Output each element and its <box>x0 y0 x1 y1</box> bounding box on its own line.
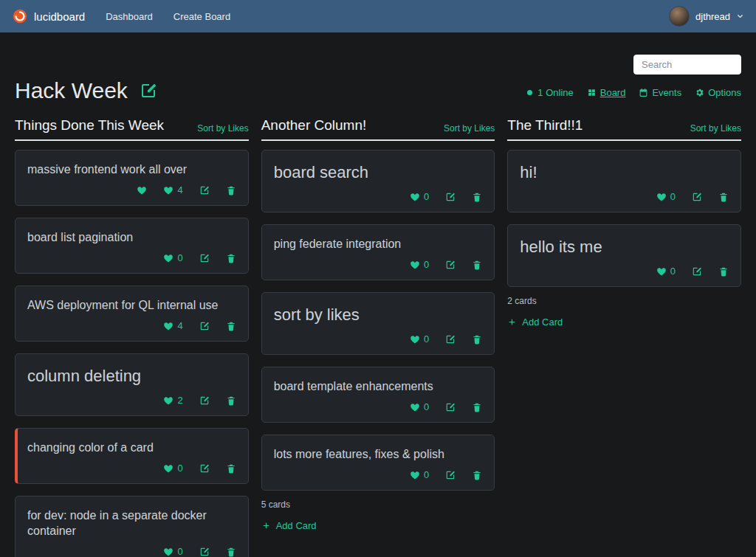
like-count: 0 <box>424 401 429 412</box>
user-menu[interactable]: djthread <box>669 6 744 27</box>
delete-card-icon[interactable] <box>472 260 482 270</box>
heart-icon <box>656 192 667 202</box>
online-status: 1 Online <box>527 87 573 98</box>
edit-card-icon[interactable] <box>445 192 456 202</box>
edit-board-icon[interactable] <box>140 82 157 100</box>
delete-card-icon[interactable] <box>226 463 236 474</box>
delete-card-icon[interactable] <box>472 402 482 412</box>
delete-card-icon[interactable] <box>718 192 729 202</box>
tab-events[interactable]: Events <box>639 87 681 98</box>
calendar-icon <box>639 88 648 97</box>
delete-card-icon[interactable] <box>226 321 236 331</box>
card-list: massive frontend work all over 4 board l… <box>15 150 249 557</box>
like-button[interactable]: 0 <box>163 546 182 557</box>
search-input[interactable] <box>633 55 741 75</box>
card[interactable]: AWS deployment for QL internal use 4 <box>15 286 249 342</box>
delete-card-icon[interactable] <box>226 547 236 557</box>
add-card-button[interactable]: Add Card <box>261 520 495 531</box>
card-text: AWS deployment for QL internal use <box>27 297 236 313</box>
card[interactable]: hi! 0 <box>507 150 741 212</box>
card-text: sort by likes <box>274 304 483 326</box>
card-actions: 0 <box>274 259 483 270</box>
edit-card-icon[interactable] <box>692 192 702 202</box>
like-count: 0 <box>424 191 429 202</box>
edit-card-icon[interactable] <box>692 266 702 277</box>
card[interactable]: ping federate integration 0 <box>261 224 495 280</box>
card[interactable]: board list pagination 0 <box>15 218 249 274</box>
delete-card-icon[interactable] <box>226 253 236 263</box>
delete-card-icon[interactable] <box>718 266 729 277</box>
delete-card-icon[interactable] <box>472 334 482 345</box>
like-button[interactable]: 0 <box>163 463 182 474</box>
card-actions: 0 <box>274 333 483 345</box>
like-count: 0 <box>670 266 676 277</box>
card[interactable]: for dev: node in a separate docker conta… <box>15 496 249 557</box>
edit-card-icon[interactable] <box>199 547 210 557</box>
nav-create-board[interactable]: Create Board <box>173 11 230 22</box>
card[interactable]: hello its me 0 <box>507 224 741 287</box>
add-card-label: Add Card <box>522 316 563 328</box>
like-button[interactable]: 0 <box>163 252 182 263</box>
heart-icon <box>656 266 667 277</box>
like-button[interactable]: 0 <box>656 266 676 277</box>
sort-by-likes-button[interactable]: Sort by Likes <box>690 123 741 134</box>
card-text: massive frontend work all over <box>27 162 236 177</box>
like-count: 4 <box>177 320 182 331</box>
sort-by-likes-button[interactable]: Sort by Likes <box>444 123 495 134</box>
card[interactable]: massive frontend work all over 4 <box>15 150 249 206</box>
nav-dashboard[interactable]: Dashboard <box>106 11 153 22</box>
add-card-button[interactable]: Add Card <box>507 316 741 328</box>
heart-icon <box>163 463 173 474</box>
card-count: 2 cards <box>507 296 741 306</box>
page-title-wrap: Hack Week <box>15 76 157 105</box>
edit-card-icon[interactable] <box>199 321 210 331</box>
card[interactable]: column deleting 2 <box>15 353 249 416</box>
tab-board[interactable]: Board <box>587 87 626 98</box>
card[interactable]: board template enhancements 0 <box>261 367 495 423</box>
like-button[interactable]: 0 <box>410 191 429 202</box>
like-button[interactable]: 4 <box>163 184 182 196</box>
like-button[interactable]: 0 <box>410 401 429 412</box>
like-button[interactable]: 0 <box>410 259 429 270</box>
card-count: 5 cards <box>261 499 495 510</box>
add-card-label: Add Card <box>276 520 317 531</box>
delete-card-icon[interactable] <box>226 395 236 406</box>
edit-card-icon[interactable] <box>199 463 210 474</box>
like-button[interactable]: 0 <box>656 191 676 202</box>
plus-icon <box>507 317 517 327</box>
like-button[interactable]: 2 <box>163 395 182 406</box>
edit-card-icon[interactable] <box>445 260 456 270</box>
edit-card-icon[interactable] <box>199 185 210 196</box>
like-button[interactable]: 0 <box>410 333 429 345</box>
card[interactable]: lots more features, fixes & polish 0 <box>261 435 495 491</box>
heart-icon <box>410 402 420 412</box>
card-actions: 2 <box>27 395 236 406</box>
tab-board-label: Board <box>600 87 626 98</box>
brand[interactable]: lucidboard <box>12 8 85 24</box>
liked-heart-icon[interactable] <box>137 185 147 196</box>
edit-card-icon[interactable] <box>199 395 210 406</box>
like-button[interactable]: 0 <box>410 469 429 480</box>
column-footer: 2 cards Add Card <box>507 296 741 328</box>
column-title: Another Column! <box>261 117 367 134</box>
edit-card-icon[interactable] <box>445 402 456 412</box>
sort-by-likes-button[interactable]: Sort by Likes <box>197 123 248 134</box>
delete-card-icon[interactable] <box>472 470 482 480</box>
card[interactable]: sort by likes 0 <box>261 292 495 355</box>
like-count: 0 <box>424 469 429 480</box>
edit-card-icon[interactable] <box>445 334 456 345</box>
card[interactable]: board search 0 <box>261 150 495 212</box>
tab-options[interactable]: Options <box>695 87 741 98</box>
delete-card-icon[interactable] <box>472 192 482 202</box>
like-count: 0 <box>177 252 182 263</box>
edit-card-icon[interactable] <box>445 470 456 480</box>
card-text: column deleting <box>27 365 236 387</box>
board-page: Hack Week 1 Online Board Events Options <box>0 32 756 557</box>
delete-card-icon[interactable] <box>226 185 236 196</box>
like-button[interactable]: 4 <box>163 320 182 331</box>
edit-card-icon[interactable] <box>199 253 210 263</box>
chevron-down-icon <box>736 13 744 21</box>
card[interactable]: changing color of a card 0 <box>15 428 249 484</box>
card-actions: 0 <box>27 546 236 557</box>
avatar <box>669 6 690 27</box>
